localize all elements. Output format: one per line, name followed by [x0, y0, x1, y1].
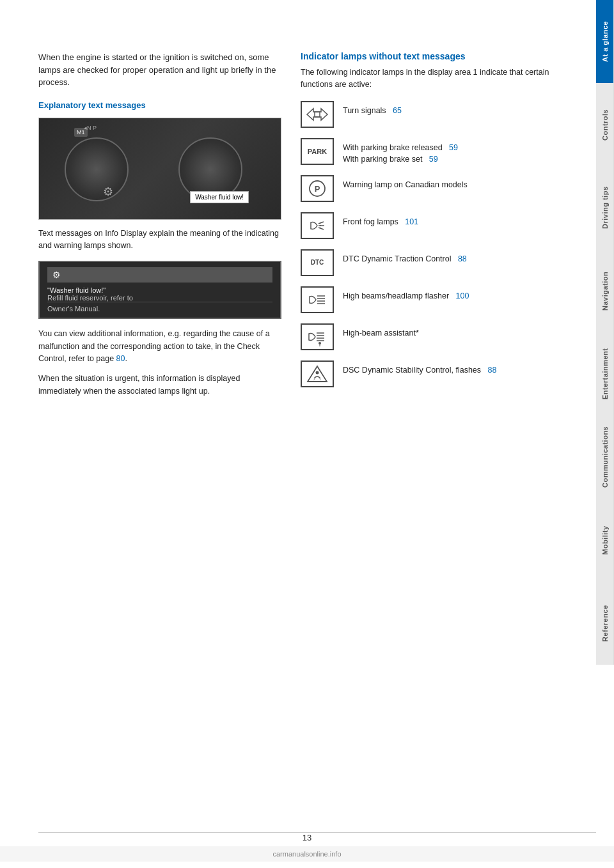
turn-signals-page-ref[interactable]: 65	[393, 106, 402, 115]
park-label: With parking brake released 59 With park…	[343, 138, 458, 166]
sidebar-tab-communications[interactable]: Communications	[596, 415, 614, 499]
caption-text-3: When the situation is urgent, this infor…	[38, 373, 281, 398]
park-icon-box: PARK	[301, 138, 334, 165]
sidebar-tab-mobility[interactable]: Mobility	[596, 499, 614, 582]
gauge-left	[65, 137, 129, 201]
high-beams-page-ref[interactable]: 100	[455, 291, 469, 300]
svg-line-20	[319, 378, 321, 380]
high-beam-assistant-label: High-beam assistant*	[343, 323, 419, 339]
sidebar-tab-at-a-glance[interactable]: At a glance	[596, 0, 614, 83]
warning-p-icon: P	[306, 179, 329, 198]
svg-point-18	[316, 371, 319, 374]
dsc-label: DSC Dynamic Stability Control, flashes 8…	[343, 360, 496, 376]
svg-marker-1	[315, 109, 327, 120]
dtc-page-ref[interactable]: 88	[458, 254, 467, 263]
info-message-bold: "Washer fluid low!"	[47, 286, 272, 294]
park-icon: PARK	[308, 148, 327, 155]
park-set-page-ref[interactable]: 59	[429, 155, 438, 164]
indicator-subtitle: The following indicator lamps in the dis…	[301, 66, 571, 91]
svg-line-19	[313, 378, 315, 380]
turn-signals-icon	[306, 105, 329, 124]
dashboard-image: M1 ◂N P ⚙ Washer fluid low!	[38, 118, 281, 220]
sidebar-tab-entertainment[interactable]: Entertainment	[596, 332, 614, 415]
info-display-box: ⚙ "Washer fluid low!" Refill fluid reser…	[38, 261, 281, 319]
caption-text-1: Text messages on Info Display explain th…	[38, 228, 281, 252]
front-fog-page-ref[interactable]: 101	[405, 217, 418, 226]
sidebar-tab-reference[interactable]: Reference	[596, 582, 614, 665]
indicator-high-beams: High beams/headlamp flasher 100	[301, 286, 571, 314]
info-display-footer: Owner's Manual.	[47, 302, 272, 313]
indicator-title: Indicator lamps without text messages	[301, 51, 571, 61]
dsc-icon	[306, 364, 329, 384]
warning-canadian-icon-box: P	[301, 175, 334, 202]
svg-marker-0	[307, 109, 320, 120]
dsc-page-ref[interactable]: 88	[487, 366, 496, 375]
explanatory-title: Explanatory text messages	[38, 100, 281, 110]
sidebar-tab-navigation[interactable]: Navigation	[596, 249, 614, 332]
page-bottom-line	[38, 832, 596, 833]
page-link-80[interactable]: 80	[116, 354, 125, 363]
sidebar-tab-driving-tips[interactable]: Driving tips	[596, 166, 614, 249]
indicator-high-beam-assistant: High-beam assistant*	[301, 323, 571, 352]
high-beam-assistant-icon-box	[301, 323, 334, 350]
high-beams-icon	[306, 290, 329, 309]
indicator-dsc: DSC Dynamic Stability Control, flashes 8…	[301, 360, 571, 389]
indicator-front-fog: Front fog lamps 101	[301, 212, 571, 240]
dtc-icon: DTC	[311, 259, 324, 266]
info-display-header: ⚙	[47, 267, 272, 283]
info-display-icon: ⚙	[52, 270, 61, 280]
indicator-dtc: DTC DTC Dynamic Traction Control 88	[301, 249, 571, 277]
high-beam-assistant-icon	[306, 327, 329, 346]
carmanuals-footer: carmanualsonline.info	[0, 846, 614, 862]
turn-signals-label: Turn signals 65	[343, 101, 402, 117]
washer-label: Washer fluid low!	[190, 191, 249, 203]
intro-paragraph: When the engine is started or the igniti…	[38, 51, 281, 89]
sidebar-tab-controls[interactable]: Controls	[596, 83, 614, 166]
high-beams-icon-box	[301, 286, 334, 313]
indicator-warning-canadian: P Warning lamp on Canadian models	[301, 175, 571, 203]
park-released-page-ref[interactable]: 59	[449, 143, 458, 152]
sidebar: At a glance Controls Driving tips Naviga…	[596, 0, 614, 868]
warning-canadian-label: Warning lamp on Canadian models	[343, 175, 468, 191]
svg-text:P: P	[315, 184, 320, 194]
indicator-park: PARK With parking brake released 59 With…	[301, 138, 571, 166]
caption-text-2: You can view additional information, e.g…	[38, 328, 281, 365]
indicator-turn-signals: Turn signals 65	[301, 101, 571, 129]
np-label: ◂N P	[84, 125, 97, 131]
dtc-icon-box: DTC	[301, 249, 334, 276]
dtc-label: DTC Dynamic Traction Control 88	[343, 249, 467, 265]
washer-icon: ⚙	[103, 185, 113, 199]
front-fog-icon-box	[301, 212, 334, 239]
turn-signals-icon-box	[301, 101, 334, 128]
high-beams-label: High beams/headlamp flasher 100	[343, 286, 469, 302]
page-number: 13	[303, 833, 311, 842]
dsc-icon-box	[301, 360, 334, 387]
svg-point-15	[319, 342, 321, 345]
front-fog-label: Front fog lamps 101	[343, 212, 418, 228]
front-fog-icon	[306, 216, 329, 235]
info-message-normal: Refill fluid reservoir, refer to	[47, 294, 272, 302]
